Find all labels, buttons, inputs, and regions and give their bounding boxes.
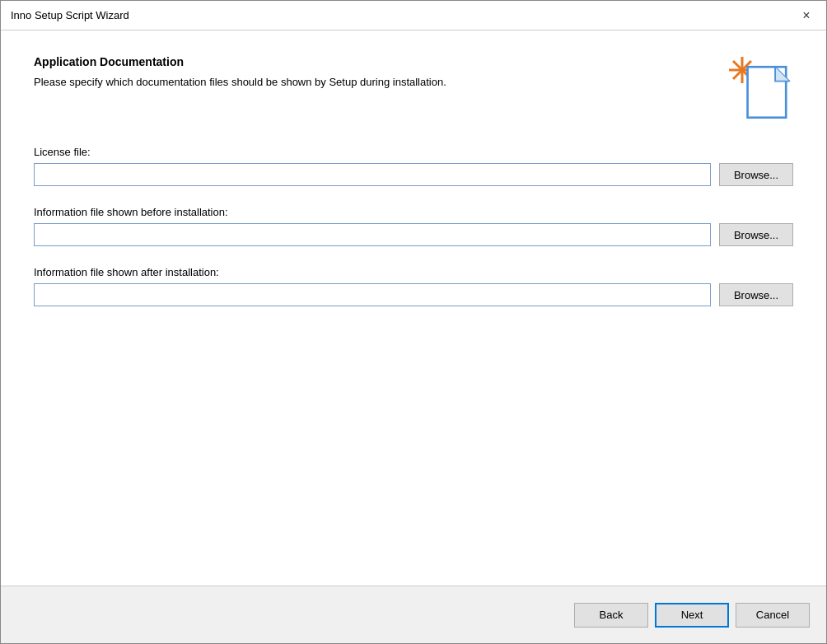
content-area: Application Documentation Please specify…: [1, 30, 826, 586]
back-button[interactable]: Back: [574, 603, 648, 628]
form-section: License file: Browse... Information file…: [34, 146, 793, 306]
section-title: Application Documentation: [34, 55, 711, 68]
footer-area: Back Next Cancel: [1, 586, 826, 643]
next-button[interactable]: Next: [655, 603, 729, 628]
license-browse-button[interactable]: Browse...: [719, 163, 793, 186]
info-after-field-row: Browse...: [34, 283, 793, 306]
section-desc: Please specify which documentation files…: [34, 75, 594, 90]
license-input[interactable]: [34, 163, 711, 186]
info-after-input[interactable]: [34, 283, 711, 306]
close-button[interactable]: ×: [797, 6, 816, 26]
license-field-row: Browse...: [34, 163, 793, 186]
header-icon-area: [727, 55, 793, 121]
document-icon: [744, 63, 793, 124]
license-label: License file:: [34, 146, 793, 158]
title-bar: Inno Setup Script Wizard ×: [1, 1, 826, 30]
info-after-label: Information file shown after installatio…: [34, 266, 793, 278]
info-before-field-row: Browse...: [34, 223, 793, 246]
info-after-browse-button[interactable]: Browse...: [719, 283, 793, 306]
info-before-browse-button[interactable]: Browse...: [719, 223, 793, 246]
info-before-input[interactable]: [34, 223, 711, 246]
info-after-field-group: Information file shown after installatio…: [34, 266, 793, 306]
cancel-button[interactable]: Cancel: [736, 603, 810, 628]
wizard-window: Inno Setup Script Wizard × Application D…: [0, 0, 827, 644]
info-before-field-group: Information file shown before installati…: [34, 206, 793, 246]
window-title: Inno Setup Script Wizard: [11, 9, 129, 21]
header-text: Application Documentation Please specify…: [34, 55, 711, 90]
header-row: Application Documentation Please specify…: [34, 55, 793, 121]
license-field-group: License file: Browse...: [34, 146, 793, 186]
info-before-label: Information file shown before installati…: [34, 206, 793, 218]
